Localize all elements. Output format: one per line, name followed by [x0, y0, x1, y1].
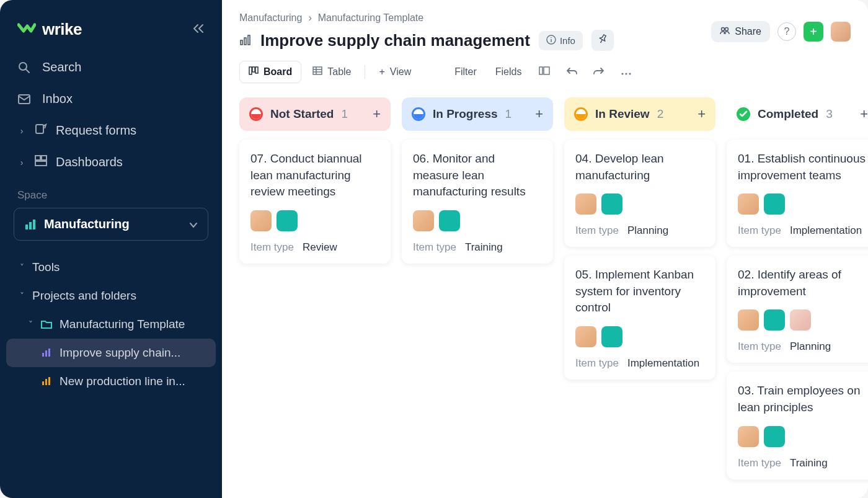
add-button[interactable]: +: [804, 22, 823, 42]
nav-request-forms-label: Request forms: [56, 123, 136, 138]
add-card-button[interactable]: +: [535, 106, 543, 122]
column-header-left: In Progress 1: [412, 107, 512, 121]
column-count: 2: [657, 107, 664, 121]
column-header[interactable]: Not Started 1 +: [239, 97, 391, 131]
folder-icon: [41, 319, 53, 329]
board[interactable]: Not Started 1 + 07. Conduct biannual lea…: [222, 95, 868, 498]
status-half-icon: [574, 107, 588, 121]
svg-rect-7: [25, 225, 28, 229]
card-title: 03. Train employees on lean principles: [738, 383, 867, 416]
card[interactable]: 05. Implement Kanban system for inventor…: [564, 256, 715, 380]
assignee-avatar[interactable]: [764, 309, 785, 331]
more-button[interactable]: [617, 63, 636, 81]
card-avatars: [250, 210, 379, 231]
share-button[interactable]: Share: [711, 21, 770, 42]
dashboards-icon: [35, 155, 47, 169]
assignee-avatar[interactable]: [764, 426, 785, 447]
collapse-sidebar-icon[interactable]: [192, 22, 205, 37]
card[interactable]: 04. Develop lean manufacturing Item type…: [564, 140, 715, 247]
card-meta: Item type Planning: [575, 225, 704, 237]
forms-icon: [35, 123, 47, 138]
assignee-avatar[interactable]: [250, 210, 272, 231]
breadcrumb: Manufacturing › Manufacturing Template: [222, 0, 868, 24]
space-selector[interactable]: Manufacturing: [14, 208, 208, 241]
card-avatars: [738, 193, 867, 215]
help-button[interactable]: ?: [777, 22, 796, 41]
card[interactable]: 01. Establish continuous improvement tea…: [727, 140, 868, 247]
assignee-avatar[interactable]: [738, 426, 759, 447]
assignee-avatar[interactable]: [738, 309, 759, 331]
assignee-avatar[interactable]: [764, 193, 785, 215]
undo-button[interactable]: [562, 63, 581, 81]
expand-icon[interactable]: [535, 63, 554, 81]
view-table-label: Table: [327, 66, 351, 78]
svg-rect-13: [42, 381, 44, 385]
assignee-avatar[interactable]: [277, 210, 298, 231]
card-avatars: [575, 326, 704, 347]
tree-tools[interactable]: ˅ Tools: [6, 253, 216, 282]
nav-search[interactable]: Search: [0, 51, 222, 83]
card-meta: Item type Planning: [738, 340, 867, 353]
info-button[interactable]: Info: [539, 31, 583, 50]
assignee-avatar[interactable]: [601, 193, 622, 215]
item-type-label: Item type: [738, 457, 781, 469]
add-card-button[interactable]: +: [860, 106, 868, 122]
tree-project-other[interactable]: New production line in...: [6, 367, 216, 396]
fields-button[interactable]: Fields: [490, 63, 527, 81]
table-icon: [312, 66, 322, 78]
column-title: Completed: [758, 107, 818, 121]
assignee-avatar[interactable]: [575, 326, 596, 347]
svg-point-35: [629, 73, 631, 74]
tree-project-active[interactable]: Improve supply chain...: [6, 339, 216, 367]
assignee-avatar[interactable]: [575, 193, 596, 215]
nav-dashboards[interactable]: › Dashboards: [0, 146, 222, 178]
card[interactable]: 03. Train employees on lean principles I…: [727, 371, 868, 479]
tree-projects-folders[interactable]: ˅ Projects and folders: [6, 282, 216, 310]
chevron-down-icon: ˅: [17, 291, 26, 301]
share-label: Share: [735, 26, 761, 37]
assignee-avatar[interactable]: [790, 309, 811, 331]
card-title: 02. Identify areas of improvement: [738, 267, 867, 300]
column-header-left: Completed 3: [737, 107, 833, 121]
nav-inbox[interactable]: Inbox: [0, 83, 222, 115]
column-header[interactable]: In Progress 1 +: [402, 97, 553, 131]
column-header[interactable]: Completed 3 +: [727, 97, 868, 131]
add-card-button[interactable]: +: [698, 106, 706, 122]
card-title: 05. Implement Kanban system for inventor…: [575, 267, 704, 316]
card[interactable]: 07. Conduct biannual lean manufacturing …: [239, 140, 391, 264]
title-row: Improve supply chain management Info: [239, 30, 614, 51]
breadcrumb-leaf[interactable]: Manufacturing Template: [318, 12, 423, 24]
column-count: 1: [341, 107, 348, 121]
assignee-avatar[interactable]: [738, 193, 759, 215]
item-type-value: Review: [303, 241, 337, 254]
user-avatar[interactable]: [831, 22, 851, 42]
logo[interactable]: wrike: [17, 20, 82, 39]
space-icon: [24, 218, 37, 231]
svg-rect-25: [252, 67, 255, 72]
card-title: 06. Monitor and measure lean manufacturi…: [413, 151, 542, 200]
item-type-value: Planning: [790, 340, 831, 353]
card[interactable]: 02. Identify areas of improvement Item t…: [727, 256, 868, 363]
search-icon: [17, 61, 31, 74]
redo-button[interactable]: [590, 63, 608, 81]
card[interactable]: 06. Monitor and measure lean manufacturi…: [402, 140, 553, 264]
svg-rect-14: [45, 379, 47, 385]
chevron-down-icon: [189, 218, 198, 231]
pin-button[interactable]: [591, 30, 614, 51]
breadcrumb-separator: ›: [308, 12, 311, 24]
breadcrumb-root[interactable]: Manufacturing: [239, 12, 302, 24]
add-card-button[interactable]: +: [373, 106, 381, 122]
nav-request-forms[interactable]: › Request forms: [0, 115, 222, 146]
status-half-icon: [412, 107, 425, 121]
logo-icon: [17, 20, 36, 39]
assignee-avatar[interactable]: [601, 326, 622, 347]
add-view-button[interactable]: + View: [370, 61, 420, 82]
column-header[interactable]: In Review 2 +: [564, 97, 715, 131]
card-avatars: [413, 210, 542, 231]
tree-manufacturing-template[interactable]: ˅ Manufacturing Template: [6, 310, 216, 339]
view-board-button[interactable]: Board: [239, 61, 301, 83]
view-table-button[interactable]: Table: [304, 61, 360, 82]
assignee-avatar[interactable]: [439, 210, 460, 231]
assignee-avatar[interactable]: [413, 210, 434, 231]
filter-button[interactable]: Filter: [450, 63, 482, 81]
